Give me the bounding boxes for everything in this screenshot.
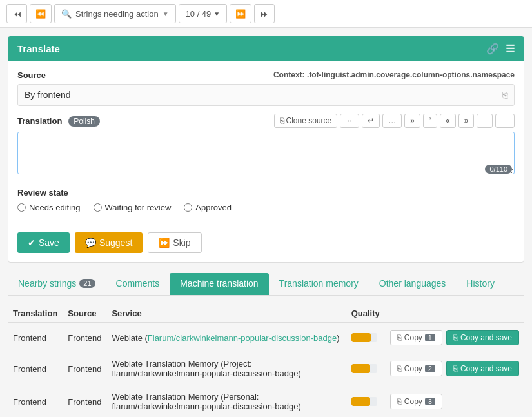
tb-btn-7[interactable]: » xyxy=(458,114,475,128)
tb-btn-8[interactable]: – xyxy=(477,114,493,128)
copy-save-button-1[interactable]: ⎘ Copy and save xyxy=(446,330,519,345)
cell-translation: Frontend xyxy=(8,323,63,352)
copy-num-2: 2 xyxy=(425,365,435,372)
radio-waiting-for-review[interactable]: Waiting for review xyxy=(94,203,172,212)
filter-caret-icon: ▼ xyxy=(163,10,169,17)
copy-save-icon-2: ⎘ xyxy=(453,364,458,373)
tab-nearby-badge: 21 xyxy=(79,279,95,288)
table-body: Frontend Frontend Weblate (Flarum/clarkw… xyxy=(8,323,524,417)
tab-nearby-strings[interactable]: Nearby strings 21 xyxy=(8,273,106,295)
copy-button-1[interactable]: ⎘ Copy 1 xyxy=(390,330,442,345)
keyboard-icon[interactable]: ☰ xyxy=(506,43,515,55)
table-row: Frontend Frontend Weblate (Flarum/clarkw… xyxy=(8,323,524,352)
copy-icon-2: ⎘ xyxy=(397,364,402,373)
radio-needs-editing[interactable]: Needs editing xyxy=(17,203,81,212)
cell-translation: Frontend xyxy=(8,385,63,418)
quality-bar xyxy=(351,333,377,342)
review-state-label: Review state xyxy=(17,188,515,198)
action-cell: ⎘ Copy 1 ⎘ Copy and save xyxy=(390,330,519,345)
copy-button-2[interactable]: ⎘ Copy 2 xyxy=(390,361,442,376)
source-label: Source xyxy=(17,70,46,80)
quality-bar-container xyxy=(351,333,380,342)
tab-machine-translation[interactable]: Machine translation xyxy=(170,273,268,295)
translation-label-group: Translation Polish xyxy=(17,116,100,126)
translate-header: Translate 🔗 ☰ xyxy=(8,36,524,61)
tabs-row: Nearby strings 21 Comments Machine trans… xyxy=(8,273,524,296)
tab-comments[interactable]: Comments xyxy=(106,273,170,295)
save-button[interactable]: ✔ Save xyxy=(17,232,70,253)
quality-bar-fill xyxy=(351,333,371,342)
link-icon[interactable]: 🔗 xyxy=(486,43,499,55)
radio-needs-editing-label: Needs editing xyxy=(29,203,81,212)
skip-button[interactable]: ⏩ Skip xyxy=(148,232,201,253)
filter-dropdown[interactable]: 🔍 Strings needing action ▼ xyxy=(54,4,176,23)
copy-num-3: 3 xyxy=(425,398,435,405)
clone-source-button[interactable]: ⎘ Clone source xyxy=(274,114,338,128)
service-after: ) xyxy=(337,333,339,343)
copy-save-label-1: Copy and save xyxy=(460,333,512,342)
tb-btn-5[interactable]: “ xyxy=(423,114,437,128)
page-caret-icon: ▼ xyxy=(213,10,220,17)
translate-title: Translate xyxy=(17,43,60,54)
cell-actions: ⎘ Copy 3 xyxy=(385,385,524,418)
tab-translation-memory-label: Translation memory xyxy=(279,278,359,289)
first-page-button[interactable]: ⏮ xyxy=(6,4,27,23)
source-row: Source Context: .fof-linguist.admin.cove… xyxy=(17,70,515,80)
cell-source: Frontend xyxy=(63,385,106,418)
cell-source: Frontend xyxy=(63,323,106,352)
radio-waiting-label: Waiting for review xyxy=(105,203,172,212)
copy-button-3[interactable]: ⎘ Copy 3 xyxy=(390,394,442,409)
copy-label-1: Copy xyxy=(404,333,422,342)
radio-needs-editing-input[interactable] xyxy=(17,203,26,212)
tb-btn-2[interactable]: ↵ xyxy=(362,114,380,128)
table-row: Frontend Frontend Weblate Translation Me… xyxy=(8,385,524,418)
header-row: Translation Source Service Quality xyxy=(8,305,524,323)
col-quality: Quality xyxy=(346,305,385,323)
radio-approved-input[interactable] xyxy=(184,203,192,212)
radio-approved[interactable]: Approved xyxy=(184,203,232,212)
translation-label-row: Translation Polish ⎘ Clone source ↔ ↵ … … xyxy=(17,114,515,128)
review-state-section: Review state Needs editing Waiting for r… xyxy=(17,188,515,212)
tab-nearby-label: Nearby strings xyxy=(18,278,76,289)
col-actions xyxy=(385,305,524,323)
action-cell: ⎘ Copy 3 xyxy=(390,394,519,409)
checkmark-icon: ✔ xyxy=(28,238,35,248)
header-icons: 🔗 ☰ xyxy=(486,43,515,55)
action-cell: ⎘ Copy 2 ⎘ Copy and save xyxy=(390,361,519,376)
tab-history[interactable]: History xyxy=(456,273,505,295)
cell-translation: Frontend xyxy=(8,352,63,385)
quality-bar-container xyxy=(351,364,380,373)
copy-icon-1: ⎘ xyxy=(397,333,402,342)
col-service: Service xyxy=(106,305,346,323)
quality-bar-fill xyxy=(351,397,370,406)
cell-actions: ⎘ Copy 1 ⎘ Copy and save xyxy=(385,323,524,352)
textarea-container: 0/110 xyxy=(17,132,515,176)
tb-btn-6[interactable]: « xyxy=(440,114,456,128)
tb-btn-1[interactable]: ↔ xyxy=(340,114,359,128)
tab-other-languages[interactable]: Other languages xyxy=(369,273,457,295)
tab-other-languages-label: Other languages xyxy=(379,278,446,289)
cell-actions: ⎘ Copy 2 ⎘ Copy and save xyxy=(385,352,524,385)
quality-bar xyxy=(351,364,377,373)
page-indicator[interactable]: 10 / 49 ▼ xyxy=(179,4,228,23)
last-page-button[interactable]: ⏭ xyxy=(254,4,275,23)
suggest-button[interactable]: 💬 Suggest xyxy=(75,232,143,253)
next-page-button[interactable]: ⏩ xyxy=(230,4,251,23)
tb-btn-3[interactable]: … xyxy=(382,114,402,128)
top-navigation: ⏮ ⏪ 🔍 Strings needing action ▼ 10 / 49 ▼… xyxy=(0,0,532,28)
context-value: .fof-linguist.admin.coverage.column-opti… xyxy=(307,70,515,79)
service-link[interactable]: Flarum/clarkwinkelmann-popular-discussio… xyxy=(148,333,337,343)
cell-service: Weblate Translation Memory (Project: fla… xyxy=(106,352,346,385)
translation-label: Translation xyxy=(17,116,62,126)
comment-icon: 💬 xyxy=(85,238,96,248)
tb-btn-4[interactable]: » xyxy=(404,114,420,128)
copy-save-button-2[interactable]: ⎘ Copy and save xyxy=(446,361,519,376)
tb-btn-9[interactable]: — xyxy=(495,114,515,128)
table-header: Translation Source Service Quality xyxy=(8,305,524,323)
copy-source-icon[interactable]: ⎘ xyxy=(502,90,507,100)
tab-translation-memory[interactable]: Translation memory xyxy=(269,273,369,295)
prev-page-button[interactable]: ⏪ xyxy=(30,4,52,23)
translation-textarea[interactable] xyxy=(17,132,515,174)
quality-bar-container xyxy=(351,397,380,406)
radio-waiting-input[interactable] xyxy=(94,203,102,212)
